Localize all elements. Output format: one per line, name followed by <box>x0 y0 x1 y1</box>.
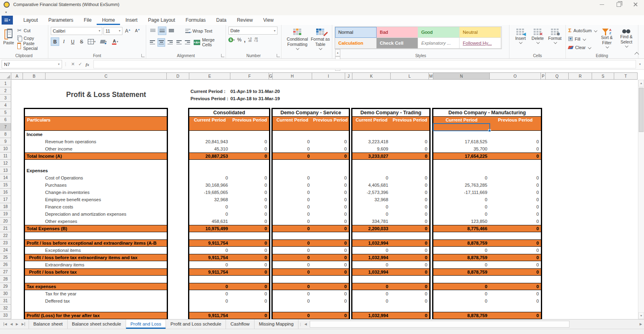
cell-value[interactable]: 0 <box>230 138 267 145</box>
column-header-D[interactable]: D <box>167 72 189 80</box>
row-header-29[interactable]: 29 <box>0 283 11 290</box>
cell-value[interactable]: 20,887,253 <box>189 153 228 160</box>
cell-value[interactable]: 0 <box>490 283 539 290</box>
cell-value[interactable]: 0 <box>490 174 539 181</box>
cell-value[interactable]: 0 <box>273 239 310 247</box>
cell-value[interactable]: 0 <box>490 181 539 189</box>
row-header-12[interactable]: 12 <box>0 160 11 167</box>
sheet-body[interactable]: 1234567891011121314151617181920212223242… <box>0 80 638 319</box>
first-sheet-button[interactable]: ◀ <box>4 322 7 326</box>
cell-value[interactable]: 0 <box>490 290 539 297</box>
row-header-21[interactable]: 21 <box>0 225 11 232</box>
cell-value[interactable]: 0 <box>230 218 267 225</box>
sheet-tab-profit-and-loss[interactable]: Profit and Loss <box>126 320 166 329</box>
cell-value[interactable]: 0 <box>230 210 267 218</box>
row-header-17[interactable]: 17 <box>0 196 11 203</box>
cell-value[interactable]: 0 <box>230 268 267 276</box>
cell-value[interactable]: 0 <box>312 239 347 247</box>
conditional-formatting-button[interactable]: Conditional Formatting <box>284 27 311 53</box>
tab-layout[interactable]: Layout <box>18 15 43 25</box>
previous-sheet-button[interactable]: ◀ <box>10 322 12 326</box>
column-header-P[interactable]: P <box>541 72 546 80</box>
row-header-20[interactable]: 20 <box>0 218 11 225</box>
cell-value[interactable]: 0 <box>230 239 267 247</box>
cell-value[interactable]: 0 <box>391 153 427 160</box>
vertical-scrollbar[interactable]: ▲ ▼ <box>638 80 644 319</box>
wrap-text-button[interactable]: ↩ Wrap Text <box>185 29 212 33</box>
cell-value[interactable]: 8,878,759 <box>433 312 487 319</box>
cell-value[interactable]: 0 <box>312 153 347 160</box>
cell-value[interactable]: 0 <box>490 247 539 254</box>
cell-value[interactable]: 0 <box>273 196 310 203</box>
cell-value[interactable]: 0 <box>273 225 310 232</box>
cell-value[interactable]: 0 <box>273 312 310 319</box>
scroll-up-button[interactable]: ▲ <box>638 80 644 87</box>
row-header-19[interactable]: 19 <box>0 210 11 218</box>
fill-handle[interactable] <box>488 129 491 132</box>
cell-value[interactable]: 0 <box>230 290 267 297</box>
next-sheet-button[interactable]: ▶ <box>16 322 18 326</box>
cell-value[interactable]: 0 <box>490 261 539 268</box>
column-header-B[interactable]: B <box>23 72 46 80</box>
minimize-button[interactable] <box>593 0 610 9</box>
row-header-5[interactable]: 5 <box>0 109 11 116</box>
cell-value[interactable]: 8,878,759 <box>433 268 487 276</box>
cell-value[interactable]: 0 <box>490 145 539 153</box>
italic-button[interactable]: I <box>60 37 68 46</box>
align-middle-button[interactable] <box>158 27 166 35</box>
cell-value[interactable]: 0 <box>433 297 487 305</box>
cell-value[interactable]: 0 <box>490 138 539 145</box>
row-header-23[interactable]: 23 <box>0 239 11 247</box>
cell-value[interactable]: 0 <box>273 138 310 145</box>
cell-value[interactable]: 0 <box>312 181 347 189</box>
cell-value[interactable]: 334,781 <box>352 218 388 225</box>
row-header-15[interactable]: 15 <box>0 181 11 189</box>
row-header-16[interactable]: 16 <box>0 189 11 196</box>
cell-value[interactable]: 0 <box>391 145 427 153</box>
close-button[interactable] <box>627 0 644 9</box>
cell-value[interactable]: 0 <box>490 196 539 203</box>
row-header-31[interactable]: 31 <box>0 297 11 305</box>
style-explanatory[interactable]: Explanatory ... <box>418 38 460 49</box>
sheet-tab-cashflow[interactable]: Cashflow <box>226 320 254 329</box>
style-normal[interactable]: Normal <box>335 27 377 38</box>
cell-value[interactable]: 9,911,754 <box>189 268 228 276</box>
cell-value[interactable]: 0 <box>312 290 347 297</box>
increase-indent-button[interactable] <box>184 38 192 47</box>
cell-value[interactable]: 0 <box>273 261 310 268</box>
cell-value[interactable]: 0 <box>312 225 347 232</box>
column-header-L[interactable]: L <box>391 72 429 80</box>
cell-value[interactable]: 0 <box>391 290 427 297</box>
delete-cells-button[interactable]: ✕Delete <box>530 27 546 53</box>
align-center-button[interactable] <box>157 38 166 47</box>
sheet-tab-balance-sheet-schedule[interactable]: Balance sheet schedule <box>68 320 126 329</box>
cell-value[interactable]: 0 <box>189 203 228 210</box>
cell-value[interactable]: 0 <box>230 153 267 160</box>
cell-value[interactable]: 0 <box>352 297 388 305</box>
decrease-decimal-button[interactable]: .00+.0 <box>254 37 258 43</box>
comma-style-button[interactable]: , <box>244 38 246 42</box>
column-header-C[interactable]: C <box>46 72 167 80</box>
cell-value[interactable]: 0 <box>391 189 427 196</box>
cell-value[interactable]: 1,032,994 <box>352 268 388 276</box>
cell-value[interactable]: 0 <box>352 283 388 290</box>
row-header-8[interactable]: 8 <box>0 131 11 138</box>
cell-value[interactable]: 0 <box>230 254 267 261</box>
cell-value[interactable]: 0 <box>433 196 487 203</box>
tab-page-layout[interactable]: Page Layout <box>143 15 180 25</box>
cell-value[interactable]: 0 <box>273 218 310 225</box>
cell-value[interactable]: 0 <box>312 247 347 254</box>
cell-value[interactable]: 0 <box>433 247 487 254</box>
cell-value[interactable]: 0 <box>189 297 228 305</box>
cell-value[interactable]: 0 <box>230 189 267 196</box>
row-header-10[interactable]: 10 <box>0 145 11 153</box>
increase-decimal-button[interactable]: +.0.00 <box>248 37 252 43</box>
cell-value[interactable]: 8,878,759 <box>433 239 487 247</box>
cell-value[interactable]: 0 <box>312 261 347 268</box>
cell-value[interactable]: 9,609 <box>352 145 388 153</box>
style-neutral[interactable]: Neutral <box>460 27 501 38</box>
cell-value[interactable]: 9,911,754 <box>189 254 228 261</box>
style-followed-hy[interactable]: Followed Hy... <box>460 38 501 49</box>
cell-value[interactable]: 0 <box>312 189 347 196</box>
scroll-down-button[interactable]: ▼ <box>638 312 644 319</box>
